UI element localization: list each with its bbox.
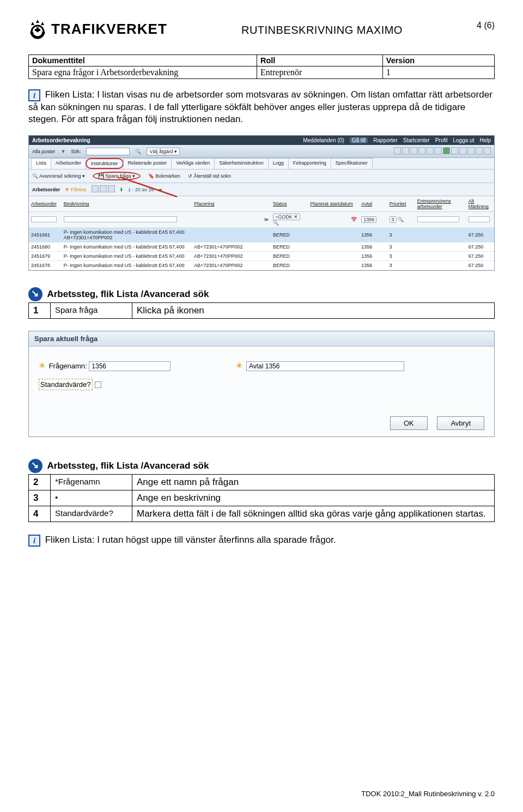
step-row: 1Spara frågaKlicka på ikonen [29,303,495,319]
steps1-title: Arbetssteg, flik Lista /Avancerad sök [47,289,209,299]
footer-text: TDOK 2010:2_Mall Rutinbeskrivning v. 2.0 [361,790,495,798]
app-title: Arbetsorderbevakning [32,137,90,143]
meta-h1: Dokumenttitel [29,55,257,66]
all-posts[interactable]: Alla poster [32,149,56,154]
logo-text: TRAFIKVERKET [51,21,167,38]
menu-item[interactable]: Rapporter [373,137,397,143]
screenshot-save-dialog: Spara aktuell fråga ✳ Frågenamn: ✳ Stand… [28,331,495,437]
avtal-input[interactable] [246,361,404,371]
para1-lead: Fliken Lista: [45,89,95,100]
meta-h2: Roll [257,55,382,66]
filter-input[interactable] [64,216,177,222]
tab-specifikationer[interactable]: Specifikationer [331,158,373,169]
fragenamn-label: Frågenamn: [49,362,87,370]
dialog-title: Spara aktuell fråga [29,331,494,347]
menu-item[interactable]: Gå till [350,137,368,143]
standard-label: Standardvärde? [40,380,91,389]
tab-felrapportering[interactable]: Felrapportering [288,158,331,169]
step-badge-icon [28,287,42,301]
meta-v3: 1 [382,66,494,79]
row-range: 1 - 20 av 26 [128,187,154,192]
col-header[interactable]: Entreprenörens arbetsorder [415,196,466,212]
col-header[interactable]: Arbetsorder [29,196,62,212]
table-row[interactable]: 2451680P- Ingen komunikation med US - ka… [29,243,494,252]
col-header[interactable]: Beskrivning [62,196,192,212]
step-row: 3•Ange en beskrivning [29,490,495,506]
filter-input[interactable] [417,216,459,222]
col-header[interactable]: Alt Märkning [466,196,494,212]
info-icon: i [28,535,40,547]
step-row: 2*FrågenamnAnge ett namn på frågan [29,475,495,490]
step-badge-icon [28,459,42,473]
cancel-button[interactable]: Avbryt [437,416,484,430]
para1-rest: I listan visas nu de arbetsorder som mot… [28,89,492,124]
tab-instruktioner[interactable]: Instruktioner [86,158,124,169]
filter-input[interactable] [469,216,490,222]
info-para-1: i Fliken Lista: I listan visas nu de arb… [28,89,495,125]
steps2-title: Arbetssteg, flik Lista /Avancerad sök [47,460,209,471]
filter-avtal[interactable]: 1356 [361,216,376,223]
col-header[interactable]: Status [271,196,308,212]
table-row[interactable]: 2451681P- Ingen komunikation med US - ka… [29,228,494,243]
filter-status[interactable]: =GODK ✕ [273,214,300,220]
meta-table: Dokumenttitel Roll Version Spara egna fr… [28,54,495,79]
ok-button[interactable]: OK [390,416,428,430]
tab-relaterade poster[interactable]: Relaterade poster [123,158,172,169]
tab-säkerhetsinstruktion[interactable]: Säkerhetsinstruktion [214,158,269,169]
menu-item[interactable]: Startcenter [403,137,430,143]
col-header[interactable]: Planerat startdatum [308,196,359,212]
col-header[interactable]: Placering [192,196,271,212]
doc-header-title: RUTINBESKRIVNING MAXIMO [241,24,403,37]
filter-button[interactable]: ▼ Filtrera [65,187,86,192]
search-icon[interactable]: 🔍 [135,149,141,154]
tab-arbetsorder[interactable]: Arbetsorder [51,158,86,169]
page-number: 4 (6) [477,21,495,31]
table-row[interactable]: 2451679P- Ingen komunikation med US - ka… [29,252,494,261]
tab-lista[interactable]: Lista [31,158,51,169]
step-row: 4Standardvärde?Markera detta fält i de f… [29,506,495,522]
tab-logg[interactable]: Logg [268,158,289,169]
meta-h3: Version [382,55,494,66]
filter-label: Arbetsorder [32,187,60,192]
adv-search[interactable]: 🔍 Avancerad sökning ▾ [32,173,85,179]
col-header[interactable]: Prioritet [387,196,415,212]
action-select[interactable]: Välj åtgärd ▾ [147,148,180,155]
table-row[interactable]: 2451678P- Ingen komunikation med US - ka… [29,261,494,270]
toolbar-icons[interactable] [393,147,491,155]
bookmarks[interactable]: 🔖 Bokmärken [148,173,180,179]
info-para-2: i Fliken Lista: I rutan högst uppe till … [28,534,495,547]
para2-rest: I rutan högst uppe till vänster återfinn… [94,535,336,545]
logo: TRAFIKVERKET [28,19,167,39]
para2-lead: Fliken Lista: [45,535,95,545]
crown-icon [28,19,47,39]
reset-search[interactable]: ↺ Återställ std sökn [188,173,231,179]
filter-prio[interactable]: 3 [390,216,397,223]
tab-verkliga värden[interactable]: Verkliga värden [171,158,215,169]
search-input[interactable] [86,148,130,155]
required-icon: ✳ [236,361,243,370]
required-icon: ✳ [39,361,46,370]
filter-icons[interactable] [90,185,115,193]
menu-item[interactable]: Meddelanden (0) [303,137,344,143]
fragenamn-input[interactable] [89,361,171,371]
menu-item[interactable]: Help [479,137,491,143]
col-header[interactable]: Avtal [359,196,387,212]
screenshot-list-view: Arbetsorderbevakning Meddelanden (0) Gå … [28,135,495,271]
filter-input[interactable] [31,216,57,222]
standard-checkbox[interactable] [95,381,101,388]
menu-item[interactable]: Logga ut [453,137,474,143]
save-query[interactable]: 💾 Spara fråga ▾ [93,172,141,180]
meta-v2: Entreprenör [257,66,382,79]
menu-item[interactable]: Profil [435,137,448,143]
meta-v1: Spara egna frågor i Arbetsorderbevakning [29,66,257,79]
info-icon: i [28,89,40,101]
search-label: Sök: [71,149,81,154]
svg-rect-2 [35,29,40,31]
